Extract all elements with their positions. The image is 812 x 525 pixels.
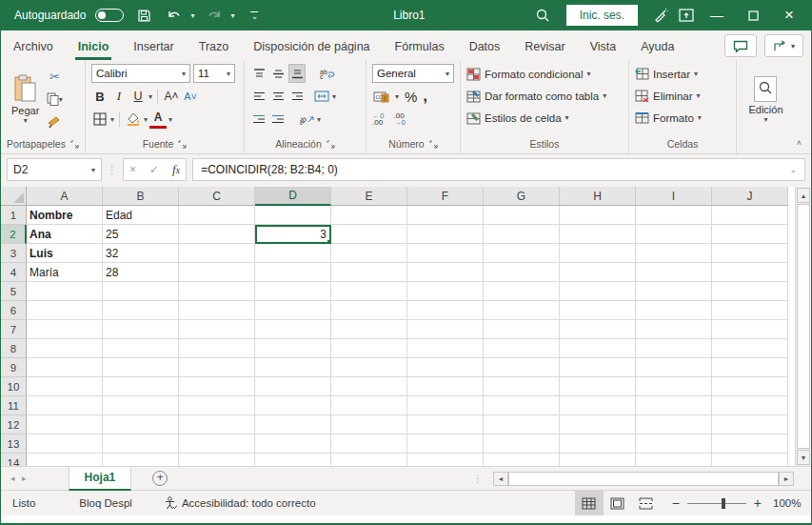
zoom-level[interactable]: 100% <box>773 497 811 509</box>
italic-button[interactable]: I <box>110 87 128 106</box>
cell-grid[interactable]: ABCDEFGHIJ1NombreEdad2Ana2533Luis324Marí… <box>1 187 788 466</box>
column-header-i[interactable]: I <box>636 187 712 206</box>
row-header-9[interactable]: 9 <box>1 358 27 377</box>
accessibility-status[interactable]: Accesibilidad: todo correcto <box>153 496 327 510</box>
close-button[interactable]: × <box>773 2 805 29</box>
cell-d1[interactable] <box>255 206 331 225</box>
formula-input[interactable]: =COINCIDIR(28; B2:B4; 0) ⌄ <box>192 158 805 181</box>
comments-button[interactable] <box>724 34 757 57</box>
cell-b3[interactable]: 32 <box>103 244 179 263</box>
column-header-b[interactable]: B <box>103 187 179 206</box>
cell-d6[interactable] <box>255 301 331 320</box>
cell-g13[interactable] <box>484 434 560 454</box>
add-sheet-icon[interactable]: + <box>152 471 168 486</box>
cell-g1[interactable] <box>484 206 560 225</box>
column-header-h[interactable]: H <box>560 187 636 206</box>
name-box[interactable]: D2▾ <box>7 158 102 181</box>
row-header-2[interactable]: 2 <box>1 225 27 244</box>
cell-f5[interactable] <box>407 282 484 301</box>
row-header-4[interactable]: 4 <box>1 263 27 282</box>
cell-h9[interactable] <box>560 358 636 377</box>
font-size-select[interactable]: 11▾ <box>193 64 235 83</box>
zoom-out-icon[interactable]: − <box>672 495 680 511</box>
insert-cells-button[interactable]: Insertar▾ <box>633 64 732 84</box>
cell-a11[interactable] <box>27 396 103 415</box>
cell-b1[interactable]: Edad <box>103 206 179 225</box>
horizontal-scrollbar[interactable]: ◄ ► <box>493 471 794 487</box>
cell-f13[interactable] <box>407 434 484 454</box>
orientation-icon[interactable]: ab <box>298 110 315 129</box>
cell-h3[interactable] <box>560 244 636 263</box>
cell-e10[interactable] <box>331 377 407 396</box>
cell-e4[interactable] <box>331 263 407 282</box>
cell-b9[interactable] <box>103 358 179 377</box>
cell-i8[interactable] <box>636 339 712 358</box>
cell-g8[interactable] <box>484 339 560 358</box>
cell-h1[interactable] <box>560 206 636 225</box>
signin-button[interactable]: Inic. ses. <box>566 5 638 26</box>
format-cells-button[interactable]: Formato▾ <box>633 108 732 128</box>
decrease-decimal-button[interactable]: .00→0 <box>393 112 405 126</box>
cell-a6[interactable] <box>27 301 103 320</box>
insert-function-icon[interactable]: fx <box>172 162 180 177</box>
increase-indent-icon[interactable] <box>269 110 287 129</box>
cell-h7[interactable] <box>560 320 636 339</box>
scroll-down-icon[interactable]: ▼ <box>797 450 810 465</box>
share-button[interactable]: ▾ <box>764 34 803 57</box>
cell-b11[interactable] <box>103 396 179 415</box>
cell-a3[interactable]: Luis <box>27 244 103 263</box>
cell-j11[interactable] <box>712 396 788 415</box>
cell-f8[interactable] <box>407 339 484 358</box>
underline-button[interactable]: U <box>129 87 147 106</box>
vertical-scroll-thumb[interactable] <box>797 204 810 449</box>
cell-f11[interactable] <box>407 396 484 415</box>
cell-e9[interactable] <box>331 358 407 377</box>
dialog-launcher-icon[interactable] <box>429 140 438 149</box>
increase-decimal-button[interactable]: ←0.00 <box>372 112 384 126</box>
tab-revisar[interactable]: Revisar <box>512 34 577 60</box>
dialog-launcher-icon[interactable] <box>70 140 79 149</box>
cell-a5[interactable] <box>27 282 103 301</box>
cell-f4[interactable] <box>407 263 484 282</box>
scroll-left-icon[interactable]: ◄ <box>493 472 508 486</box>
column-header-j[interactable]: J <box>712 187 788 206</box>
cell-h12[interactable] <box>560 415 636 434</box>
tab-insertar[interactable]: Insertar <box>121 34 186 60</box>
percent-style-button[interactable]: % <box>405 89 417 105</box>
row-header-8[interactable]: 8 <box>1 339 27 358</box>
cell-e11[interactable] <box>331 396 407 415</box>
cell-g4[interactable] <box>484 263 560 282</box>
cell-a13[interactable] <box>27 434 103 454</box>
fill-color-dropdown-icon[interactable]: ▾ <box>144 115 148 124</box>
cell-styles-button[interactable]: Estilos de celda▾ <box>465 108 624 128</box>
conditional-formatting-button[interactable]: Formato condicional▾ <box>465 64 624 84</box>
sheet-nav-icons[interactable]: ◂ ▸ <box>1 474 36 483</box>
cell-j3[interactable] <box>712 244 788 263</box>
cell-i11[interactable] <box>636 396 712 415</box>
row-header-7[interactable]: 7 <box>1 320 27 339</box>
cell-j2[interactable] <box>712 225 788 244</box>
cell-c2[interactable] <box>179 225 255 244</box>
fill-color-icon[interactable] <box>125 110 142 129</box>
format-as-table-button[interactable]: Dar formato como tabla▾ <box>465 86 624 106</box>
cell-d12[interactable] <box>255 415 331 434</box>
cell-c3[interactable] <box>179 244 255 263</box>
zoom-slider[interactable] <box>687 503 746 504</box>
cell-e12[interactable] <box>331 415 407 434</box>
cell-c12[interactable] <box>179 415 255 434</box>
tab-archivo[interactable]: Archivo <box>1 34 66 60</box>
minimize-button[interactable]: — <box>701 2 733 29</box>
cell-j12[interactable] <box>712 415 788 434</box>
align-bottom-icon[interactable] <box>288 64 306 83</box>
borders-dropdown-icon[interactable]: ▾ <box>110 115 114 124</box>
row-header-3[interactable]: 3 <box>1 244 27 263</box>
scroll-up-icon[interactable]: ▲ <box>797 188 810 203</box>
cell-d7[interactable] <box>255 320 331 339</box>
cell-e1[interactable] <box>331 206 407 225</box>
paste-button[interactable]: Pegar ▾ <box>5 63 46 136</box>
cell-f6[interactable] <box>407 301 484 320</box>
cell-b10[interactable] <box>103 377 179 396</box>
cell-i12[interactable] <box>636 415 712 434</box>
cell-b8[interactable] <box>103 339 179 358</box>
cell-h5[interactable] <box>560 282 636 301</box>
